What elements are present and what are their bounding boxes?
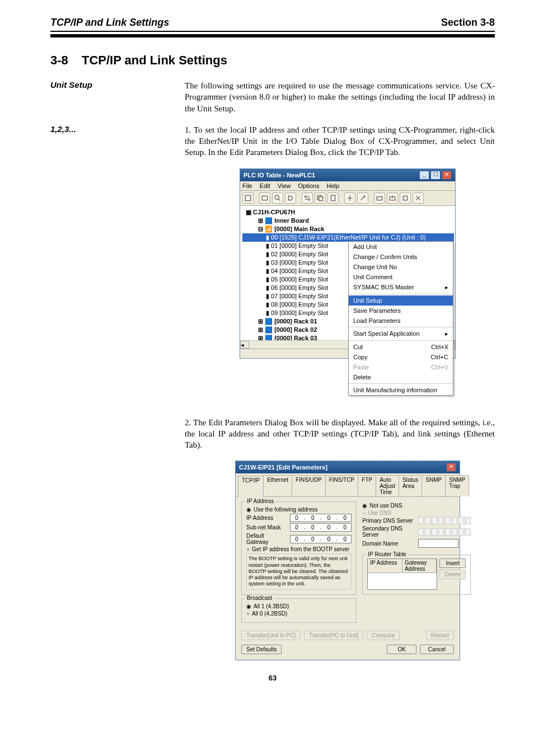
menu-view[interactable]: View — [278, 182, 291, 189]
ok-button[interactable]: OK — [387, 645, 416, 654]
toolbar-button[interactable] — [302, 192, 313, 204]
no-dns-label: Not use DNS — [369, 503, 402, 509]
toolbar-button[interactable] — [387, 192, 398, 204]
ctx-save-params[interactable]: Save Parameters — [349, 306, 453, 316]
transfer-pc-to-unit-button: Transfer[PC to Unit] — [304, 631, 363, 640]
menu-help[interactable]: Help — [327, 182, 340, 189]
ctx-delete[interactable]: Delete — [349, 372, 453, 382]
menu-file[interactable]: File — [242, 182, 252, 189]
tree-main-rack[interactable]: ⊟ 📶 [0000] Main Rack — [242, 225, 454, 233]
ctx-add-unit[interactable]: Add Unit — [349, 242, 453, 252]
dns-group: ◉Not use DNS ○Use DNS Primary DNS Server… — [362, 503, 471, 551]
toolbar-button[interactable] — [357, 192, 368, 204]
menubar: File Edit View Options Help — [240, 181, 455, 191]
secondary-dns-label: Secondary DNS Server — [362, 525, 415, 538]
context-menu: Add Unit Change / Confirm Units Change U… — [348, 241, 453, 396]
close-button[interactable]: ✕ — [442, 171, 452, 180]
toolbar-button[interactable] — [327, 192, 339, 204]
ctx-sysmac-bus[interactable]: SYSMAC BUS Master▸ — [349, 282, 453, 293]
insert-button[interactable]: Insert — [439, 558, 466, 568]
toolbar-button[interactable] — [400, 192, 411, 204]
ctx-separator — [349, 294, 453, 294]
ctx-paste: PasteCtrl+V — [349, 362, 453, 372]
ctx-start-special[interactable]: Start Special Application▸ — [349, 328, 453, 339]
radio-no-dns[interactable]: ◉ — [362, 503, 367, 509]
toolbar-button[interactable] — [259, 192, 270, 204]
restart-button: Restart — [426, 631, 454, 640]
router-title: IP Router Table — [366, 551, 408, 557]
radio-use-dns[interactable]: ○ — [362, 510, 366, 516]
section-title: 3-8TCP/IP and Link Settings — [50, 53, 495, 68]
use-dns-label: Use DNS — [368, 510, 391, 516]
primary-dns-label: Primary DNS Server — [362, 518, 415, 524]
ip-address-group: IP Address ◉Use the following address IP… — [241, 501, 357, 594]
toolbar-button[interactable] — [272, 192, 283, 204]
radio-bootp[interactable]: ○ — [246, 546, 250, 552]
domain-input[interactable] — [418, 539, 458, 548]
ctx-separator — [349, 340, 453, 341]
ip-label: IP Address — [246, 515, 287, 521]
ctx-load-params[interactable]: Load Parameters — [349, 316, 453, 326]
tree-selected-unit[interactable]: ▮ 00 [1525] CJ1W-EIP21(EtherNet/IP Unit … — [242, 233, 454, 242]
compare-button: Compare — [367, 631, 400, 640]
minimize-button[interactable]: _ — [419, 171, 429, 180]
radio-use-address[interactable]: ◉ — [246, 506, 251, 513]
ctx-unit-mfg-info[interactable]: Unit Manufacturing information — [349, 385, 453, 395]
toolbar-button[interactable] — [285, 192, 296, 204]
tab-ftp[interactable]: FTP — [358, 475, 376, 496]
all0-label: All 0 (4.2BSD) — [252, 611, 287, 617]
router-table[interactable]: IP AddressGateway Address — [367, 558, 437, 590]
gateway-input[interactable]: ... — [290, 535, 352, 543]
toolbar-button[interactable] — [242, 192, 254, 204]
all1-label: All 1 (4.3BSD) — [254, 603, 289, 609]
tree-cpu[interactable]: ▦ CJ1H-CPU67H — [242, 208, 454, 217]
toolbar-button[interactable] — [413, 192, 424, 204]
tab-status[interactable]: Status Area — [399, 475, 422, 496]
set-defaults-button[interactable]: Set Defaults — [241, 645, 282, 654]
dialog-close-button[interactable]: ✕ — [446, 463, 456, 472]
step1-text: 1. To set the local IP address and other… — [185, 124, 495, 158]
ctx-copy[interactable]: CopyCtrl+C — [349, 352, 453, 362]
toolbar — [240, 191, 455, 206]
ip-address-input[interactable]: ... — [290, 514, 352, 522]
tab-tcpip[interactable]: TCP/IP — [238, 476, 264, 497]
rule-thick — [50, 34, 495, 37]
tab-snmp[interactable]: SNMP — [421, 475, 446, 496]
ctx-unit-comment[interactable]: Unit Comment — [349, 272, 453, 282]
subnet-input[interactable]: ... — [290, 523, 352, 532]
ip-group-title: IP Address — [245, 498, 275, 504]
svg-rect-1 — [262, 196, 268, 200]
page-number: 63 — [50, 674, 495, 682]
maximize-button[interactable]: ☐ — [430, 171, 441, 180]
menu-options[interactable]: Options — [298, 182, 320, 189]
tab-autotime[interactable]: Auto Adjust Time — [376, 475, 399, 496]
broadcast-group: Broadcast ◉All 1 (4.3BSD) ○All 0 (4.2BSD… — [241, 598, 357, 623]
radio-all0[interactable]: ○ — [246, 611, 250, 617]
rule-thin — [50, 31, 495, 32]
tree-inner-board[interactable]: ⊞ 🟦 Inner Board — [242, 217, 454, 225]
section-name: TCP/IP and Link Settings — [82, 53, 227, 67]
ctx-change-unit-no[interactable]: Change Unit No — [349, 262, 453, 272]
svg-rect-6 — [331, 195, 335, 201]
toolbar-button[interactable] — [374, 192, 385, 204]
toolbar-button[interactable] — [315, 192, 326, 204]
cancel-button[interactable]: Cancel — [420, 645, 454, 654]
ctx-unit-setup[interactable]: Unit Setup — [349, 295, 453, 306]
bootp-label: Get IP address from the BOOTP server — [252, 546, 349, 552]
radio-all1[interactable]: ◉ — [246, 603, 251, 609]
tab-ethernet[interactable]: Ethernet — [263, 475, 292, 496]
tab-snmptrap[interactable]: SNMP Trap — [445, 475, 469, 496]
ctx-cut[interactable]: CutCtrl+X — [349, 342, 453, 352]
svg-line-3 — [278, 199, 280, 201]
router-table-group: IP Router Table IP AddressGateway Addres… — [362, 555, 471, 595]
tab-finsudp[interactable]: FINS/UDP — [292, 475, 326, 496]
tabs: TCP/IP Ethernet FINS/UDP FINS/TCP FTP Au… — [236, 473, 460, 497]
menu-edit[interactable]: Edit — [260, 182, 270, 189]
ctx-separator — [349, 327, 453, 327]
svg-rect-7 — [377, 196, 382, 200]
toolbar-button[interactable] — [344, 192, 355, 204]
ctx-change-confirm[interactable]: Change / Confirm Units — [349, 252, 453, 262]
tab-finstcp[interactable]: FINS/TCP — [325, 475, 359, 496]
step2-text: 2. The Edit Parameters Dialog Box will b… — [185, 417, 495, 451]
ctx-separator — [349, 383, 453, 384]
